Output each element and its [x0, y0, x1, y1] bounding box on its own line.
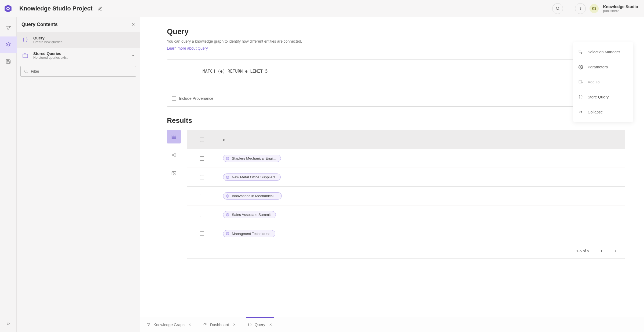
svg-point-25: [580, 67, 581, 68]
learn-more-link[interactable]: Learn more about Query: [167, 46, 208, 50]
results-heading: Results: [167, 116, 625, 125]
braces-icon: [21, 37, 29, 43]
svg-point-6: [6, 26, 7, 27]
folder-icon: [21, 52, 29, 59]
entity-dot-icon: [226, 176, 229, 179]
svg-line-4: [558, 9, 559, 10]
entity-pill[interactable]: Staplers Mechanical Engi...: [223, 155, 281, 162]
menu-item-label: Parameters: [588, 65, 608, 69]
view-mode-rail: [167, 130, 181, 180]
menu-item-label: Collapse: [588, 110, 603, 114]
search-button[interactable]: [552, 3, 563, 14]
app-logo: [4, 4, 12, 13]
product-name: Knowledge Studio: [603, 4, 638, 9]
sidepanel: Query Contents ✕ Query Create new querie…: [17, 17, 140, 332]
checkbox-icon: [172, 96, 176, 101]
close-sidepanel-icon[interactable]: ✕: [131, 22, 135, 27]
close-tab-icon[interactable]: ✕: [269, 323, 272, 327]
search-icon: [24, 69, 28, 73]
close-tab-icon[interactable]: ✕: [188, 323, 191, 327]
entity-label: New Metal Office Suppliers: [232, 175, 276, 179]
svg-point-17: [172, 154, 173, 156]
entity-label: Sales Associate Summit: [232, 213, 271, 217]
view-table-icon[interactable]: [167, 130, 181, 143]
pager-next-icon[interactable]: [614, 249, 617, 253]
tab-label: Knowledge Graph: [153, 323, 185, 327]
entity-pill[interactable]: Innovations in Mechanical...: [223, 192, 282, 200]
main: Query You can query a knowledge graph to…: [140, 17, 644, 332]
chevron-up-icon[interactable]: [131, 54, 135, 57]
menu-collapse[interactable]: Collapse: [573, 105, 633, 120]
selection-manager-icon: [578, 50, 583, 54]
tab-label: Query: [255, 323, 265, 327]
entity-label: Managment Techniques: [232, 232, 270, 236]
entity-dot-icon: [226, 157, 229, 160]
row-checkbox[interactable]: [200, 213, 204, 217]
menu-item-label: Add To: [588, 80, 600, 84]
view-graph-icon[interactable]: [167, 148, 181, 162]
svg-rect-26: [579, 80, 582, 83]
tab-dashboard[interactable]: Dashboard ✕: [202, 317, 237, 332]
pager: 1-5 of 5: [187, 243, 625, 259]
row-checkbox[interactable]: [200, 156, 204, 161]
svg-line-20: [173, 154, 175, 155]
row-checkbox[interactable]: [200, 175, 204, 179]
menu-store-query[interactable]: Store Query: [573, 90, 633, 105]
entity-pill[interactable]: Managment Techniques: [223, 230, 275, 237]
filter-input[interactable]: [20, 66, 136, 77]
topbar: Knowledge Studio Project KS Knowledge St…: [0, 0, 644, 17]
rail-item-layers[interactable]: [0, 36, 17, 53]
tab-label: Dashboard: [210, 323, 229, 327]
close-tab-icon[interactable]: ✕: [233, 323, 236, 327]
svg-point-32: [148, 325, 149, 326]
sidepanel-item-stored-queries[interactable]: Stored Queries No stored queries exist: [17, 48, 140, 63]
svg-line-33: [205, 324, 206, 325]
entity-label: Innovations in Mechanical...: [232, 194, 277, 198]
column-header[interactable]: e: [217, 130, 625, 149]
row-checkbox[interactable]: [200, 231, 204, 236]
include-provenance-label: Include Provenance: [179, 96, 213, 101]
table-row[interactable]: Sales Associate Summit: [187, 205, 625, 224]
entity-dot-icon: [226, 213, 229, 216]
row-checkbox[interactable]: [200, 194, 204, 198]
edit-title-icon[interactable]: [97, 6, 102, 11]
entity-pill[interactable]: New Metal Office Suppliers: [223, 174, 281, 181]
sidepanel-item-query[interactable]: Query Create new queries: [17, 32, 140, 48]
table-row[interactable]: Staplers Mechanical Engi...: [187, 149, 625, 168]
table-row[interactable]: New Metal Office Suppliers: [187, 168, 625, 187]
pager-prev-icon[interactable]: [600, 249, 603, 253]
svg-point-18: [175, 153, 176, 154]
svg-point-7: [9, 26, 10, 27]
select-all-checkbox[interactable]: [200, 138, 204, 142]
svg-point-8: [8, 29, 9, 30]
project-title: Knowledge Studio Project: [19, 5, 93, 12]
menu-add-to: Add To: [573, 75, 633, 90]
sidepanel-item-title: Query: [33, 36, 62, 40]
table-row[interactable]: Managment Techniques: [187, 224, 625, 243]
entity-pill[interactable]: Sales Associate Summit: [223, 211, 276, 218]
filter-input-field[interactable]: [31, 69, 133, 73]
tab-knowledge-graph[interactable]: Knowledge Graph ✕: [145, 317, 193, 332]
help-button[interactable]: [575, 3, 586, 14]
table-row[interactable]: Innovations in Mechanical...: [187, 187, 625, 205]
include-provenance-checkbox[interactable]: Include Provenance: [172, 96, 213, 101]
sidepanel-item-sub: Create new queries: [33, 40, 62, 44]
svg-line-21: [173, 155, 175, 156]
svg-marker-9: [6, 43, 10, 45]
view-image-icon[interactable]: [167, 167, 181, 180]
divider: [569, 3, 569, 14]
tab-query[interactable]: Query ✕: [246, 317, 274, 332]
query-heading: Query: [167, 27, 302, 36]
braces-icon: [578, 95, 583, 99]
rail-expand-icon[interactable]: [0, 315, 17, 332]
rail-item-graph[interactable]: [0, 20, 17, 36]
query-editor[interactable]: MATCH (e) RETURN e LIMIT 5 ⋰: [167, 60, 625, 90]
avatar[interactable]: KS: [590, 4, 599, 13]
menu-parameters[interactable]: Parameters: [573, 60, 633, 75]
user-block[interactable]: Knowledge Studio publisher2: [603, 4, 638, 13]
menu-selection-manager[interactable]: Selection Manager: [573, 45, 633, 60]
gear-icon: [578, 65, 583, 69]
rail-item-save[interactable]: [0, 53, 17, 70]
query-code: MATCH (e) RETURN e LIMIT 5: [203, 69, 268, 74]
query-box: MATCH (e) RETURN e LIMIT 5 ⋰ Include Pro…: [167, 60, 625, 107]
